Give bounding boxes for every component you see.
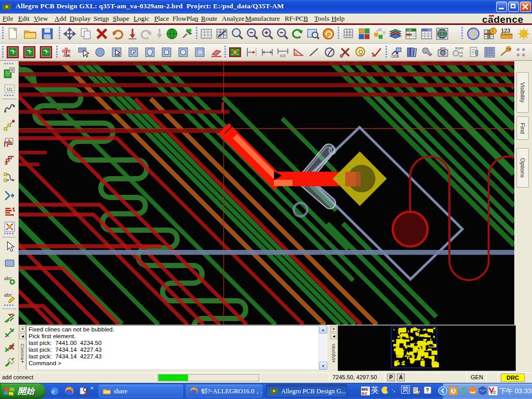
svg-text:TP: TP bbox=[507, 47, 511, 51]
svg-text:R1R2: R1R2 bbox=[455, 46, 464, 50]
svg-text:2: 2 bbox=[493, 390, 496, 395]
svg-text:CM: CM bbox=[407, 29, 411, 32]
svg-text:Q: Q bbox=[358, 49, 363, 55]
svg-text:abc: abc bbox=[4, 292, 12, 298]
svg-text:U1: U1 bbox=[7, 87, 12, 92]
svg-text:0.0: 0.0 bbox=[280, 54, 285, 58]
svg-text:U2: U2 bbox=[459, 55, 463, 58]
svg-text:e: e bbox=[52, 388, 55, 395]
svg-text:i: i bbox=[493, 29, 494, 33]
svg-text:DFA: DFA bbox=[422, 29, 428, 32]
svg-text:?: ? bbox=[426, 388, 429, 393]
svg-text:123: 123 bbox=[501, 28, 510, 34]
svg-text:ODB: ODB bbox=[391, 55, 399, 58]
svg-text:U1: U1 bbox=[459, 51, 463, 54]
svg-text:BX: BX bbox=[362, 391, 368, 395]
